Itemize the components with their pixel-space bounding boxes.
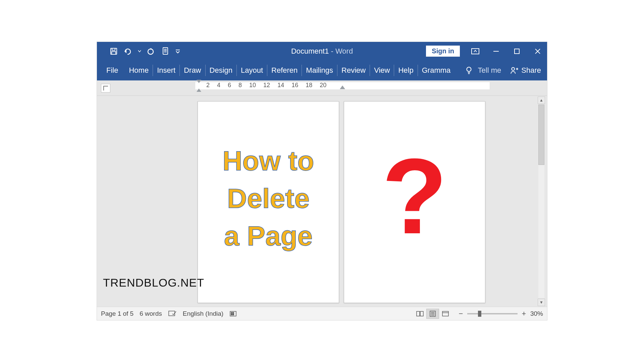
save-icon[interactable] xyxy=(108,45,120,57)
tab-design[interactable]: Design xyxy=(206,64,236,77)
tab-draw[interactable]: Draw xyxy=(180,64,205,77)
ruler-tick: 16 xyxy=(291,82,298,89)
zoom-in-icon[interactable]: + xyxy=(521,309,527,318)
page1-wordart: How to Delete a Page xyxy=(222,145,314,259)
ruler-tick: 18 xyxy=(306,82,312,89)
macro-recording-icon[interactable] xyxy=(229,310,237,317)
tab-help[interactable]: Help xyxy=(394,64,417,77)
language-status[interactable]: English (India) xyxy=(183,310,223,317)
word-app-window: Document1 - Word Sign in xyxy=(97,42,547,320)
svg-rect-24 xyxy=(231,314,232,315)
svg-rect-32 xyxy=(442,311,448,316)
title-bar: Document1 - Word Sign in xyxy=(97,42,547,60)
share-button[interactable]: Share xyxy=(510,66,547,75)
document-page-1[interactable]: How to Delete a Page xyxy=(198,101,339,303)
svg-rect-21 xyxy=(230,311,236,316)
close-icon[interactable] xyxy=(532,45,544,57)
right-indent-marker-icon[interactable] xyxy=(340,85,345,89)
lightbulb-icon xyxy=(465,66,473,75)
indent-marker-icon[interactable] xyxy=(196,80,202,90)
zoom-control: − + 30% xyxy=(458,309,543,318)
tell-me-label: Tell me xyxy=(478,66,501,75)
document-name: Document1 xyxy=(291,47,329,55)
zoom-out-icon[interactable]: − xyxy=(458,309,464,318)
tab-grammar[interactable]: Gramma xyxy=(418,64,455,77)
scroll-track[interactable] xyxy=(538,105,544,298)
app-name: Word xyxy=(335,47,353,55)
svg-rect-26 xyxy=(417,311,420,316)
tab-references[interactable]: Referen xyxy=(267,64,302,77)
scroll-up-icon[interactable]: ▲ xyxy=(538,97,545,104)
zoom-slider-knob[interactable] xyxy=(478,311,481,317)
ruler-tick: 20 xyxy=(320,82,326,89)
quick-access-toolbar xyxy=(97,45,181,57)
tab-selector[interactable] xyxy=(101,84,110,93)
redo-icon[interactable] xyxy=(145,45,157,57)
ribbon-tabs: File Home Insert Draw Design Layout Refe… xyxy=(97,60,547,80)
svg-rect-27 xyxy=(420,311,423,316)
tab-review[interactable]: Review xyxy=(337,64,370,77)
svg-rect-22 xyxy=(231,312,232,313)
undo-dropdown-icon[interactable] xyxy=(137,45,142,57)
svg-rect-25 xyxy=(233,314,234,315)
ruler-tick: 6 xyxy=(228,82,231,89)
svg-rect-11 xyxy=(515,49,519,54)
touch-mode-icon[interactable] xyxy=(159,45,171,57)
title-separator: - xyxy=(329,47,335,55)
svg-rect-1 xyxy=(112,48,115,50)
zoom-slider[interactable] xyxy=(467,313,518,314)
svg-point-17 xyxy=(512,67,515,70)
minimize-icon[interactable] xyxy=(490,45,502,57)
document-page-2[interactable]: ? xyxy=(344,101,485,303)
tab-layout[interactable]: Layout xyxy=(237,64,267,77)
tab-home[interactable]: Home xyxy=(125,64,153,77)
read-mode-icon[interactable] xyxy=(414,309,426,319)
ruler-numbers: 2 4 6 8 10 12 14 16 18 20 xyxy=(206,82,326,89)
svg-rect-23 xyxy=(233,312,234,313)
ruler-tick: 12 xyxy=(263,82,270,89)
customize-qat-icon[interactable] xyxy=(174,45,181,57)
scroll-thumb[interactable] xyxy=(538,105,544,165)
tab-insert[interactable]: Insert xyxy=(153,64,179,77)
page-number-status[interactable]: Page 1 of 5 xyxy=(101,310,133,317)
word-count-status[interactable]: 6 words xyxy=(140,310,162,317)
tab-file[interactable]: File xyxy=(97,64,125,77)
share-label: Share xyxy=(521,66,541,75)
zoom-percentage[interactable]: 30% xyxy=(530,310,543,317)
ruler: 2 4 6 8 10 12 14 16 18 20 xyxy=(97,80,547,96)
svg-rect-9 xyxy=(472,49,479,54)
ruler-tick: 4 xyxy=(217,82,220,89)
page1-line: Delete xyxy=(222,184,314,213)
scroll-down-icon[interactable]: ▼ xyxy=(538,299,545,306)
ruler-tick: 14 xyxy=(277,82,284,89)
ruler-tick: 2 xyxy=(206,82,210,89)
view-mode-switcher xyxy=(414,309,452,319)
print-layout-icon[interactable] xyxy=(426,309,439,319)
svg-point-14 xyxy=(467,67,471,71)
svg-rect-2 xyxy=(112,52,116,54)
document-area: How to Delete a Page ? ▲ ▼ TRENDBLOG.NET xyxy=(97,96,547,307)
tab-mailings[interactable]: Mailings xyxy=(302,64,337,77)
page1-line: a Page xyxy=(222,222,314,250)
share-icon xyxy=(510,66,519,75)
window-title: Document1 - Word xyxy=(291,47,353,56)
status-bar: Page 1 of 5 6 words English (India) xyxy=(97,307,547,320)
question-mark-glyph: ? xyxy=(382,153,447,239)
web-layout-icon[interactable] xyxy=(439,309,452,319)
tell-me-search[interactable]: Tell me xyxy=(465,66,501,75)
undo-icon[interactable] xyxy=(122,45,135,57)
ribbon-display-options-icon[interactable] xyxy=(469,45,481,57)
watermark-text: TRENDBLOG.NET xyxy=(103,276,204,289)
sign-in-button[interactable]: Sign in xyxy=(426,46,460,57)
ruler-tick: 8 xyxy=(238,82,242,89)
ruler-tick: 10 xyxy=(249,82,256,89)
tab-view[interactable]: View xyxy=(370,64,394,77)
page1-line: How to xyxy=(222,146,314,175)
maximize-icon[interactable] xyxy=(511,45,523,57)
spellcheck-icon[interactable] xyxy=(168,310,177,317)
svg-rect-20 xyxy=(169,311,175,316)
vertical-scrollbar[interactable]: ▲ ▼ xyxy=(538,97,545,306)
